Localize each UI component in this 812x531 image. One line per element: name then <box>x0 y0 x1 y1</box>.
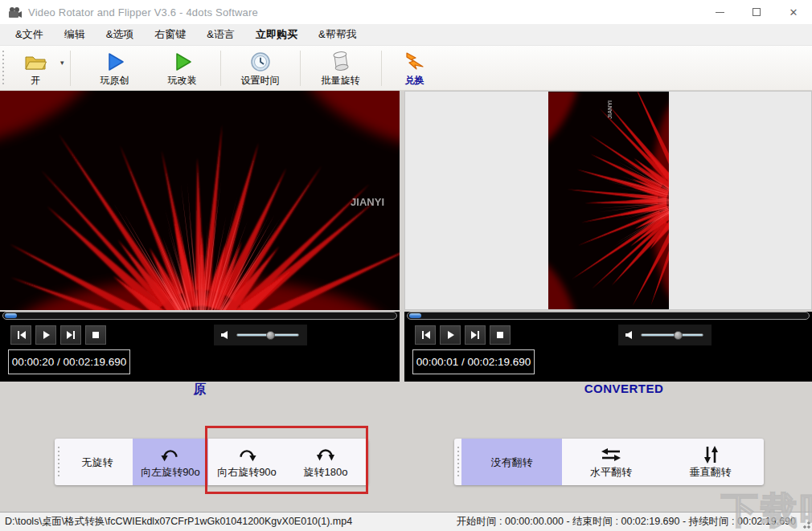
video-watermark: JIANYI <box>606 100 613 118</box>
options-area: 无旋转 向左旋转90o 向右旋转90o <box>0 399 812 512</box>
rotate-right-90-button[interactable]: 向右旋转90o <box>208 439 285 485</box>
maximize-icon <box>753 8 761 16</box>
open-dropdown-arrow[interactable]: ▾ <box>60 59 64 67</box>
source-controls: 00:00:20 / 00:02:19.690 <box>0 312 400 382</box>
batch-rotate-button[interactable]: 批量旋转 <box>305 47 377 89</box>
converted-skip-start-button[interactable] <box>415 325 436 345</box>
speaker-icon <box>220 330 230 340</box>
play-converted-icon <box>172 48 193 72</box>
source-skip-start-button[interactable] <box>10 325 31 345</box>
menu-help[interactable]: &帮帮我 <box>308 24 367 45</box>
converted-player: JIANYI <box>404 91 812 380</box>
source-seek-thumb[interactable] <box>5 313 17 318</box>
rotate-left-90-button[interactable]: 向左旋转90o <box>133 439 208 485</box>
skip-end-icon <box>470 330 481 340</box>
minimize-button[interactable] <box>701 0 738 24</box>
skip-start-icon <box>420 330 431 340</box>
converted-play-button[interactable] <box>440 325 461 345</box>
video-stage: JIANYI <box>0 91 812 380</box>
set-time-button[interactable]: 设置时间 <box>225 47 296 89</box>
rotation-toolbar-grip <box>58 447 60 477</box>
converted-video-art: JIANYI <box>548 92 669 310</box>
flip-none-button[interactable]: 没有翻转 <box>461 439 562 485</box>
converted-volume-slider[interactable] <box>641 333 703 337</box>
source-seek-bar[interactable] <box>2 312 397 320</box>
converted-caption: CONVERTED <box>400 380 812 399</box>
menu-options[interactable]: &选项 <box>96 24 145 45</box>
skip-start-icon <box>16 330 27 340</box>
converted-seek-thumb[interactable] <box>409 313 421 318</box>
open-file-button[interactable]: 开 <box>12 47 59 89</box>
status-bar: D:\tools\桌面\格式转换\fcCWIEkdlx07CFrP1wGk010… <box>0 512 812 531</box>
play-icon <box>41 330 51 340</box>
menu-edit[interactable]: 编辑 <box>54 24 96 45</box>
close-button[interactable]: ✕ <box>775 0 812 24</box>
source-player: JIANYI <box>0 91 400 380</box>
source-stop-button[interactable] <box>85 325 106 345</box>
source-time-display: 00:00:20 / 00:02:19.690 <box>8 349 130 374</box>
converted-seek-bar[interactable] <box>407 312 810 320</box>
toolbar-separator <box>70 51 71 86</box>
app-window: Video Rotator and Flipper V3.6 - 4dots S… <box>0 0 812 531</box>
menu-bar: &文件 编辑 &选项 右窗键 &语言 立即购买 &帮帮我 <box>0 24 812 46</box>
toolbar-grip <box>2 51 6 86</box>
speaker-icon <box>625 330 634 340</box>
app-icon <box>8 6 22 18</box>
source-volume-slider[interactable] <box>236 333 299 337</box>
set-time-icon <box>250 48 271 72</box>
resize-grip[interactable] <box>801 519 810 529</box>
minimize-icon <box>716 12 724 13</box>
rotate-180-icon <box>312 445 339 464</box>
play-converted-button[interactable]: 玩改装 <box>149 47 216 89</box>
stop-icon <box>91 330 100 340</box>
menu-right-click[interactable]: 右窗键 <box>144 24 196 45</box>
rotate-none-button[interactable]: 无旋转 <box>62 439 133 485</box>
source-volume-control[interactable] <box>214 325 307 345</box>
converted-volume-thumb[interactable] <box>674 331 683 340</box>
rotate-left-icon <box>157 445 184 464</box>
converted-video-strip: JIANYI <box>548 92 669 310</box>
converted-video-frame: JIANYI <box>404 91 812 310</box>
flip-horizontal-icon <box>597 445 625 464</box>
source-play-button[interactable] <box>35 325 56 345</box>
title-bar: Video Rotator and Flipper V3.6 - 4dots S… <box>0 0 812 24</box>
source-video-art: JIANYI <box>0 91 400 310</box>
source-volume-thumb[interactable] <box>266 331 275 340</box>
rotation-toolbar: 无旋转 向左旋转90o 向右旋转90o <box>55 439 368 485</box>
toolbar-separator <box>381 51 382 86</box>
play-icon <box>445 330 455 340</box>
converted-skip-end-button[interactable] <box>465 325 486 345</box>
video-watermark: JIANYI <box>351 196 384 208</box>
toolbar-separator <box>220 51 221 86</box>
flip-horizontal-button[interactable]: 水平翻转 <box>562 439 660 485</box>
converted-controls: 00:00:01 / 00:02:19.690 <box>404 312 812 382</box>
status-file-path: D:\tools\桌面\格式转换\fcCWIEkdlx07CFrP1wGk010… <box>5 515 352 529</box>
skip-end-icon <box>66 330 76 340</box>
source-video-frame: JIANYI <box>0 91 400 310</box>
source-skip-end-button[interactable] <box>60 325 81 345</box>
caption-row: 原 CONVERTED <box>0 380 812 399</box>
menu-buy-now[interactable]: 立即购买 <box>245 24 308 45</box>
convert-icon <box>404 48 426 72</box>
maximize-button[interactable] <box>738 0 775 24</box>
menu-language[interactable]: &语言 <box>196 24 245 45</box>
rotate-180-button[interactable]: 旋转180o <box>285 439 366 485</box>
play-original-icon <box>105 48 125 72</box>
menu-file[interactable]: &文件 <box>5 24 54 45</box>
converted-volume-control[interactable] <box>618 325 712 345</box>
close-icon: ✕ <box>789 7 798 18</box>
flip-toolbar: 没有翻转 水平翻转 <box>454 439 764 485</box>
flip-vertical-button[interactable]: 垂直翻转 <box>660 439 761 485</box>
status-time-info: 开始时间 : 00:00:00.000 - 结束时间 : 00:02:19.69… <box>457 515 796 529</box>
converted-stop-button[interactable] <box>490 325 511 345</box>
play-original-button[interactable]: 玩原创 <box>81 47 149 89</box>
window-title: Video Rotator and Flipper V3.6 - 4dots S… <box>28 6 258 18</box>
rotate-right-icon <box>233 445 260 464</box>
batch-rotate-icon <box>330 48 351 72</box>
toolbar-separator <box>300 51 301 86</box>
toolbar: 开 ▾ 玩原创 玩改装 设置时间 <box>0 46 812 91</box>
flip-toolbar-grip <box>457 447 460 477</box>
converted-time-display: 00:00:01 / 00:02:19.690 <box>412 349 535 374</box>
convert-button[interactable]: 兑换 <box>386 47 444 89</box>
flip-vertical-icon <box>699 445 723 464</box>
